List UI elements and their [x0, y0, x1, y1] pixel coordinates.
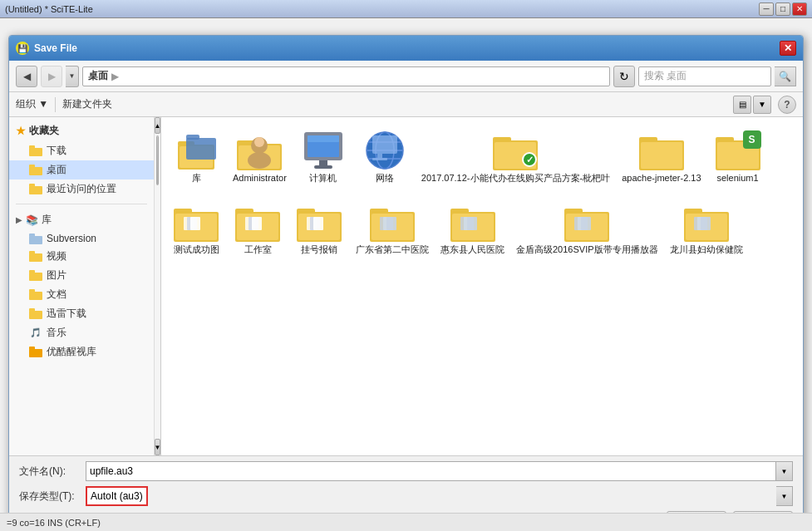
sidebar-item-video[interactable]: 视频	[9, 247, 154, 266]
svg-rect-11	[29, 270, 35, 273]
file-item-apache[interactable]: apache-jmeter-2.13	[618, 124, 704, 189]
sidebar-pictures-label: 图片	[47, 268, 66, 283]
scrollbar-up[interactable]: ▲	[155, 117, 160, 134]
refresh-icon: ↻	[619, 70, 629, 83]
recent-folder-icon	[29, 184, 42, 195]
parent-window-title: (Untitled) * SciTE-Lite	[5, 4, 759, 14]
dialog-content: ★ 收藏夹 下载 桌面	[9, 117, 803, 455]
help-button[interactable]: ?	[778, 96, 796, 114]
search-bar[interactable]: 搜索 桌面	[638, 66, 771, 86]
svg-rect-71	[370, 209, 388, 214]
filetype-select[interactable]: AutoIt (au3)	[86, 486, 148, 506]
svg-rect-15	[29, 308, 35, 312]
svg-rect-87	[581, 217, 591, 230]
organize-toolbar: 组织 ▼ 新建文件夹 ▤ ▼ ?	[9, 92, 803, 117]
file-item-longchuan[interactable]: 龙川县妇幼保健院	[667, 195, 746, 260]
svg-rect-77	[450, 209, 469, 214]
libraries-icon: 📚	[26, 214, 38, 226]
file-item-ku[interactable]: 库	[168, 124, 224, 189]
view-icon-button[interactable]: ▤	[733, 96, 751, 114]
maximize-button[interactable]: □	[775, 2, 790, 16]
sidebar-download-label: 下载	[47, 144, 66, 158]
sidebar-item-pictures[interactable]: 图片	[9, 266, 154, 285]
status-bar: =9 co=16 INS (CR+LF)	[0, 513, 812, 531]
file-item-test[interactable]: 测试成功图	[168, 195, 224, 260]
svg-rect-65	[297, 209, 315, 214]
filetype-dropdown-arrow: ▼	[776, 486, 793, 506]
filename-dropdown[interactable]: ▼	[776, 461, 793, 481]
organize-button[interactable]: 组织 ▼	[16, 97, 48, 111]
desktop-folder-icon	[29, 165, 42, 176]
sidebar-libraries-header[interactable]: ▶ 📚 库	[9, 209, 154, 230]
file-item-selenium[interactable]: S selenium1	[710, 124, 766, 189]
sidebar-item-download[interactable]: 下载	[9, 141, 154, 160]
sidebar-scrollbar[interactable]: ▲ ▼	[155, 117, 161, 455]
sidebar-item-youku[interactable]: 优酷醒视库	[9, 342, 154, 361]
jinding-label: 金盾高级2016SVIP版带专用播放器	[516, 243, 658, 255]
file-item-jinding[interactable]: 金盾高级2016SVIP版带专用播放器	[513, 195, 662, 260]
search-placeholder: 搜索 桌面	[644, 69, 687, 83]
svg-rect-14	[29, 311, 42, 319]
nav-dropdown-button[interactable]: ▼	[66, 66, 79, 87]
sidebar-music-label: 音乐	[47, 326, 66, 340]
jisuanji-label: 计算机	[309, 172, 337, 184]
sidebar-subversion-label: Subversion	[47, 233, 96, 244]
svg-point-28	[254, 137, 264, 147]
back-button[interactable]: ◀	[16, 66, 37, 87]
sidebar-item-music[interactable]: 🎵 音乐	[9, 323, 154, 342]
dialog-close-button[interactable]: ✕	[780, 41, 796, 56]
scrollbar-thumb[interactable]	[156, 135, 159, 185]
svg-rect-47	[639, 137, 657, 143]
file-item-jisuanji[interactable]: 计算机	[295, 124, 352, 189]
filetype-row: 保存类型(T): AutoIt (au3) ▼	[19, 486, 793, 506]
scrollbar-down[interactable]: ▼	[155, 439, 160, 455]
sidebar-item-documents[interactable]: 文档	[9, 285, 154, 304]
scrollbar-track	[155, 134, 160, 439]
svg-rect-42	[372, 158, 387, 160]
sidebar-item-thunderbird[interactable]: 迅雷下载	[9, 304, 154, 323]
svg-rect-44	[493, 137, 511, 143]
file-item-guangdong[interactable]: 广东省第二中医院	[352, 195, 432, 260]
file-item-guahao[interactable]: 挂号报销	[291, 195, 347, 260]
file-row-2: 测试成功图	[168, 195, 796, 260]
parent-window: 💾 Save File ✕ ◀ ▶ ▼ 桌面 ▶ ↻	[0, 18, 812, 531]
view-dropdown-button[interactable]: ▼	[753, 96, 771, 114]
svg-rect-0	[29, 148, 42, 156]
file-item-2017[interactable]: ✓ 2017.07.12-小能代办在线购买产品方案-枇杷叶	[418, 124, 613, 189]
test-success-label: 测试成功图	[174, 243, 219, 255]
save-file-dialog: 💾 Save File ✕ ◀ ▶ ▼ 桌面 ▶ ↻	[8, 35, 804, 523]
filename-input[interactable]	[86, 461, 776, 481]
file-item-huidong[interactable]: 惠东县人民医院	[437, 195, 508, 260]
guangdong-label: 广东省第二中医院	[356, 243, 429, 255]
guahao-label: 挂号报销	[301, 243, 337, 255]
file-item-wangluo[interactable]: 网络	[357, 124, 413, 189]
parent-close-button[interactable]: ✕	[792, 2, 807, 16]
sidebar-item-desktop[interactable]: 桌面	[9, 160, 154, 179]
apache-label: apache-jmeter-2.13	[622, 172, 701, 184]
svg-rect-8	[29, 253, 42, 262]
minimize-button[interactable]: ─	[759, 2, 774, 16]
divider	[55, 97, 56, 112]
sidebar-item-subversion[interactable]: Subversion	[9, 230, 154, 247]
sidebar: ★ 收藏夹 下载 桌面	[9, 117, 155, 455]
sidebar-item-recent[interactable]: 最近访问的位置	[9, 179, 154, 199]
sidebar-favorites-header[interactable]: ★ 收藏夹	[9, 120, 154, 141]
view-controls: ▤ ▼ ?	[733, 96, 796, 114]
favorites-label: 收藏夹	[29, 124, 59, 138]
thunderbird-folder-icon	[29, 308, 42, 320]
svg-rect-69	[313, 217, 323, 230]
parent-titlebar: (Untitled) * SciTE-Lite ─ □ ✕	[0, 0, 812, 18]
file-item-administrator[interactable]: Administrator	[229, 124, 290, 189]
file-item-work[interactable]: 工作室	[229, 195, 286, 260]
refresh-button[interactable]: ↻	[613, 66, 635, 87]
breadcrumb-bar[interactable]: 桌面 ▶	[82, 66, 610, 86]
svg-rect-57	[190, 217, 200, 230]
sidebar-documents-label: 文档	[47, 288, 66, 302]
search-button[interactable]: 🔍	[775, 66, 796, 86]
svg-rect-32	[319, 160, 327, 165]
forward-button[interactable]: ▶	[41, 66, 62, 87]
svg-rect-93	[701, 217, 711, 230]
music-folder-icon: 🎵	[29, 327, 42, 339]
nav-dropdown-icon: ▼	[69, 72, 76, 80]
new-folder-button[interactable]: 新建文件夹	[62, 97, 112, 111]
